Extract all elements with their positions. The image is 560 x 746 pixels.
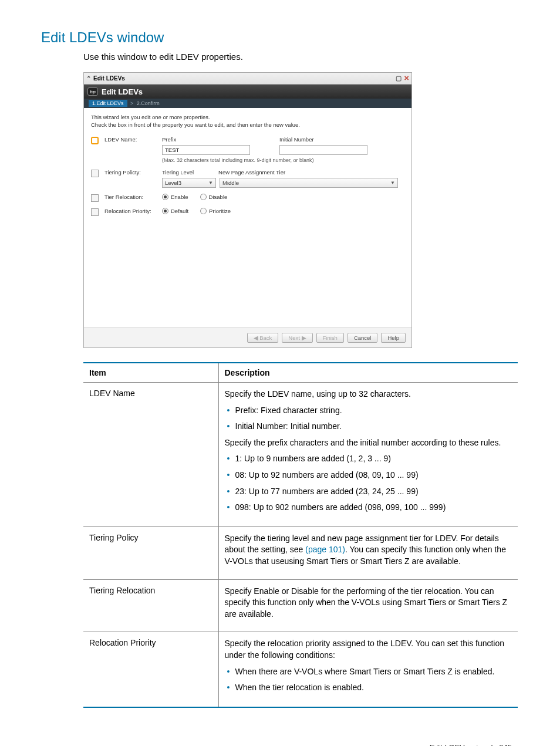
- radio-dot-icon: [162, 194, 168, 200]
- radio-default-label: Default: [171, 208, 188, 214]
- window-header: hp Edit LDEVs: [84, 85, 411, 99]
- page-link[interactable]: (page 101): [305, 545, 345, 554]
- description-table: Item Description LDEV Name Specify the L…: [83, 362, 518, 708]
- window-titlebar: ⌃ Edit LDEVs ▢ ✕: [84, 73, 411, 85]
- newpage-tier-value: Middle: [222, 180, 239, 186]
- radio-prioritize-label: Prioritize: [209, 208, 231, 214]
- cancel-button[interactable]: Cancel: [348, 333, 378, 343]
- list-item: 1: Up to 9 numbers are added (1, 2, 3 ..…: [225, 453, 512, 465]
- list-item: When the tier relocation is enabled.: [225, 682, 512, 694]
- tiering-level-label: Tiering Level: [162, 169, 194, 175]
- intro-line1: This wizard lets you edit one or more pr…: [91, 114, 404, 120]
- page-subtitle: Use this window to edit LDEV properties.: [83, 52, 519, 62]
- list-item: Initial Number: Initial number.: [225, 421, 512, 433]
- desc-cell: Specify Enable or Disable for the perfor…: [218, 579, 518, 632]
- table-row: Relocation Priority Specify the relocati…: [83, 632, 518, 707]
- desc-para: Specify the prefix characters and the in…: [225, 437, 512, 449]
- radio-dot-icon: [162, 208, 168, 214]
- item-cell: Tiering Policy: [83, 526, 218, 579]
- tiering-level-select[interactable]: Level3 ▼: [162, 178, 216, 188]
- restore-icon[interactable]: ▢: [396, 75, 402, 82]
- footer-page: 245: [499, 743, 512, 746]
- wizard-body: This wizard lets you edit one or more pr…: [84, 108, 411, 328]
- table-row: Tiering Relocation Specify Enable or Dis…: [83, 579, 518, 632]
- desc-para: Specify Enable or Disable for the perfor…: [225, 586, 512, 620]
- relocation-default-radio[interactable]: Default: [162, 208, 188, 214]
- breadcrumb: 1.Edit LDEVs > 2.Confirm: [84, 99, 411, 108]
- list-item: 23: Up to 77 numbers are added (23, 24, …: [225, 486, 512, 498]
- ldev-name-label: LDEV Name:: [104, 136, 162, 143]
- initnum-label: Initial Number: [279, 136, 367, 143]
- relocation-priority-checkbox[interactable]: [91, 208, 99, 216]
- item-cell: Relocation Priority: [83, 632, 218, 707]
- page-footer: Edit LDEVs wizard 245: [41, 743, 519, 746]
- desc-para: Specify the relocation priority assigned…: [225, 638, 512, 661]
- ldev-name-checkbox[interactable]: [91, 137, 99, 144]
- radio-dot-icon: [200, 208, 207, 214]
- footer-text: Edit LDEVs wizard: [430, 743, 493, 746]
- th-desc: Description: [218, 363, 518, 383]
- breadcrumb-sep: >: [129, 100, 135, 106]
- tier-relocation-enable-radio[interactable]: Enable: [162, 194, 188, 200]
- tiering-policy-checkbox[interactable]: [91, 170, 99, 177]
- relocation-prioritize-radio[interactable]: Prioritize: [200, 208, 231, 214]
- table-row: LDEV Name Specify the LDEV name, using u…: [83, 383, 518, 527]
- item-cell: Tiering Relocation: [83, 579, 218, 632]
- desc-para: Specify the LDEV name, using up to 32 ch…: [225, 389, 512, 400]
- intro-line2: Check the box in front of the property y…: [91, 121, 404, 128]
- tiering-level-value: Level3: [165, 180, 181, 186]
- edit-ldevs-window: ⌃ Edit LDEVs ▢ ✕ hp Edit LDEVs 1.Edit LD…: [83, 72, 412, 348]
- button-bar: ◀ Back Next ▶ Finish Cancel Help: [84, 328, 411, 347]
- chevron-down-icon: ▼: [390, 180, 395, 185]
- list-item: Prefix: Fixed character string.: [225, 405, 512, 417]
- field-tiering-policy: Tiering Policty: Tiering Level New Page …: [91, 169, 404, 188]
- desc-cell: Specify the LDEV name, using up to 32 ch…: [218, 383, 518, 527]
- tier-relocation-label: Tier Relocation:: [104, 194, 162, 200]
- newpage-label: New Page Assignment Tier: [218, 169, 285, 175]
- back-button[interactable]: ◀ Back: [247, 333, 279, 343]
- window-title-small: Edit LDEVs: [93, 75, 396, 82]
- breadcrumb-step1[interactable]: 1.Edit LDEVs: [89, 100, 127, 107]
- page-title: Edit LDEVs window: [41, 29, 519, 46]
- list-item: 08: Up to 92 numbers are added (08, 09, …: [225, 470, 512, 481]
- window-header-title: Edit LDEVs: [102, 87, 143, 96]
- th-item: Item: [83, 363, 218, 383]
- list-item: 098: Up to 902 numbers are added (098, 0…: [225, 502, 512, 514]
- collapse-icon[interactable]: ⌃: [86, 75, 91, 82]
- tier-relocation-disable-radio[interactable]: Disable: [200, 194, 228, 200]
- prefix-input[interactable]: [162, 145, 250, 155]
- field-ldev-name: LDEV Name: Prefix Initial Number (Max. 3…: [91, 136, 404, 163]
- ldev-name-hint: (Max. 32 characters total including max.…: [162, 157, 404, 163]
- radio-dot-icon: [200, 194, 207, 200]
- initnum-input[interactable]: [279, 145, 367, 155]
- chevron-down-icon: ▼: [208, 180, 213, 185]
- list-item: When there are V-VOLs where Smart Tiers …: [225, 666, 512, 678]
- relocation-priority-label: Relocation Priority:: [104, 208, 162, 214]
- table-row: Tiering Policy Specify the tiering level…: [83, 526, 518, 579]
- newpage-tier-select[interactable]: Middle ▼: [220, 178, 398, 188]
- tiering-policy-label: Tiering Policty:: [104, 169, 162, 175]
- field-tier-relocation: Tier Relocation: Enable Disable: [91, 194, 404, 202]
- tier-relocation-checkbox[interactable]: [91, 194, 99, 202]
- item-cell: LDEV Name: [83, 383, 218, 527]
- help-button[interactable]: Help: [381, 333, 406, 343]
- prefix-label: Prefix: [162, 136, 250, 143]
- radio-enable-label: Enable: [171, 194, 188, 200]
- desc-cell: Specify the tiering level and new page a…: [218, 526, 518, 579]
- field-relocation-priority: Relocation Priority: Default Prioritize: [91, 208, 404, 216]
- breadcrumb-step2[interactable]: 2.Confirm: [137, 100, 160, 106]
- next-button[interactable]: Next ▶: [282, 333, 312, 343]
- hp-logo-icon: hp: [87, 87, 98, 96]
- radio-disable-label: Disable: [209, 194, 228, 200]
- close-icon[interactable]: ✕: [404, 75, 409, 82]
- finish-button[interactable]: Finish: [316, 333, 344, 343]
- desc-cell: Specify the relocation priority assigned…: [218, 632, 518, 707]
